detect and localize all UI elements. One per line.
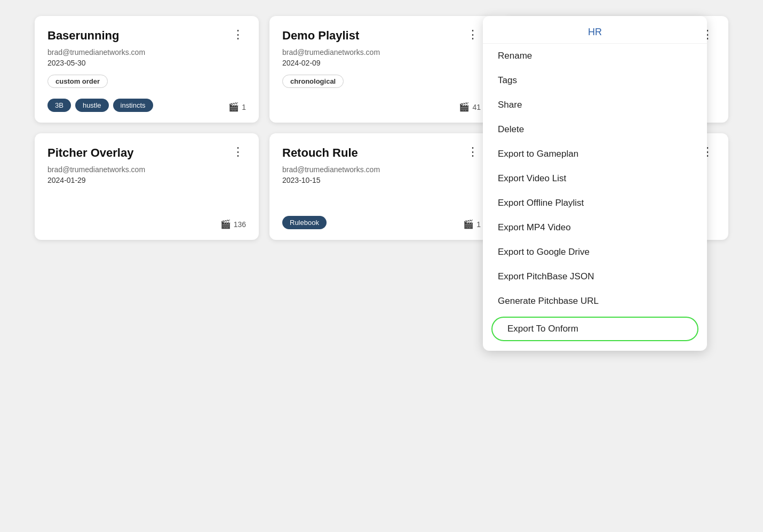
menu-item-tags[interactable]: Tags xyxy=(483,68,707,93)
three-dot-button-baserunning[interactable]: ⋮ xyxy=(230,29,246,41)
card-title-baserunning: Baserunning xyxy=(47,29,119,43)
video-icon-retouch: 🎬 xyxy=(463,219,474,229)
video-count-value-demo: 41 xyxy=(472,103,481,111)
card-footer-retouch: Rulebook 🎬 1 xyxy=(282,216,481,229)
video-count-retouch: 🎬 1 xyxy=(463,219,481,229)
dropdown-title: HR xyxy=(483,20,707,44)
card-header-pitcher: Pitcher Overlay ⋮ xyxy=(47,146,246,160)
card-demo-playlist: Demo Playlist ⋮ brad@trumedianetworks.co… xyxy=(269,16,494,123)
tag-hustle: hustle xyxy=(75,99,109,112)
card-header: Baserunning ⋮ xyxy=(47,29,246,43)
card-header-demo: Demo Playlist ⋮ xyxy=(282,29,481,43)
card-email-demo: brad@trumedianetworks.com xyxy=(282,48,481,57)
tag-3b: 3B xyxy=(47,99,71,112)
video-icon-baserunning: 🎬 xyxy=(228,102,239,112)
tag-group-baserunning: 3B hustle instincts xyxy=(47,99,153,112)
video-icon-pitcher: 🎬 xyxy=(220,219,231,229)
video-count-value-retouch: 1 xyxy=(476,220,481,229)
menu-item-export-google-drive[interactable]: Export to Google Drive xyxy=(483,240,707,264)
three-dot-button-pitcher[interactable]: ⋮ xyxy=(230,146,246,158)
three-dot-button-retouch[interactable]: ⋮ xyxy=(465,146,481,158)
card-title-demo: Demo Playlist xyxy=(282,29,359,43)
card-baserunning: Baserunning ⋮ brad@trumedianetworks.com … xyxy=(35,16,259,123)
card-retouch-rule: Retouch Rule ⋮ brad@trumedianetworks.com… xyxy=(269,133,494,240)
card-title-pitcher: Pitcher Overlay xyxy=(47,146,133,160)
card-footer-demo: 🎬 41 xyxy=(282,102,481,112)
menu-item-delete[interactable]: Delete xyxy=(483,117,707,142)
card-title-retouch: Retouch Rule xyxy=(282,146,358,160)
video-count-baserunning: 🎬 1 xyxy=(228,102,246,112)
card-top-demo: Demo Playlist ⋮ brad@trumedianetworks.co… xyxy=(282,29,481,88)
order-tag-demo: chronological xyxy=(282,75,344,88)
card-top: Baserunning ⋮ brad@trumedianetworks.com … xyxy=(47,29,246,88)
context-menu-wrapper: HR Rename Tags Share Delete Export to Ga… xyxy=(483,16,707,351)
video-icon-demo: 🎬 xyxy=(459,102,470,112)
card-date-baserunning: 2023-05-30 xyxy=(47,59,246,67)
menu-item-share[interactable]: Share xyxy=(483,93,707,117)
card-date-demo: 2024-02-09 xyxy=(282,59,481,67)
menu-item-generate-pitchbase-url[interactable]: Generate Pitchbase URL xyxy=(483,289,707,313)
menu-item-rename[interactable]: Rename xyxy=(483,44,707,68)
card-pitcher-overlay: Pitcher Overlay ⋮ brad@trumedianetworks.… xyxy=(35,133,259,240)
card-date-pitcher: 2024-01-29 xyxy=(47,176,246,184)
video-count-value-baserunning: 1 xyxy=(242,103,246,111)
video-count-demo: 🎬 41 xyxy=(459,102,481,112)
card-email-pitcher: brad@trumedianetworks.com xyxy=(47,165,246,174)
menu-item-export-video-list[interactable]: Export Video List xyxy=(483,166,707,191)
card-footer-baserunning: 3B hustle instincts 🎬 1 xyxy=(47,99,246,112)
card-top-pitcher: Pitcher Overlay ⋮ brad@trumedianetworks.… xyxy=(47,146,246,190)
card-email-baserunning: brad@trumedianetworks.com xyxy=(47,48,246,57)
tag-instincts: instincts xyxy=(113,99,153,112)
three-dot-button-demo[interactable]: ⋮ xyxy=(465,29,481,41)
card-top-retouch: Retouch Rule ⋮ brad@trumedianetworks.com… xyxy=(282,146,481,190)
menu-item-export-mp4[interactable]: Export MP4 Video xyxy=(483,215,707,240)
tag-rulebook: Rulebook xyxy=(282,216,327,229)
menu-item-export-gameplan[interactable]: Export to Gameplan xyxy=(483,142,707,166)
tag-group-retouch: Rulebook xyxy=(282,216,327,229)
menu-item-export-offline-playlist[interactable]: Export Offline Playlist xyxy=(483,191,707,215)
playlist-grid: Baserunning ⋮ brad@trumedianetworks.com … xyxy=(35,16,728,240)
card-footer-pitcher: 🎬 136 xyxy=(47,219,246,229)
video-count-pitcher: 🎬 136 xyxy=(220,219,246,229)
card-email-retouch: brad@trumedianetworks.com xyxy=(282,165,481,174)
card-header-retouch: Retouch Rule ⋮ xyxy=(282,146,481,160)
order-tag-baserunning: custom order xyxy=(47,75,108,88)
menu-item-export-onform[interactable]: Export To Onform xyxy=(491,317,698,341)
menu-item-export-pitchbase-json[interactable]: Export PitchBase JSON xyxy=(483,264,707,289)
card-date-retouch: 2023-10-15 xyxy=(282,176,481,184)
context-menu: HR Rename Tags Share Delete Export to Ga… xyxy=(483,16,707,351)
video-count-value-pitcher: 136 xyxy=(234,220,246,229)
